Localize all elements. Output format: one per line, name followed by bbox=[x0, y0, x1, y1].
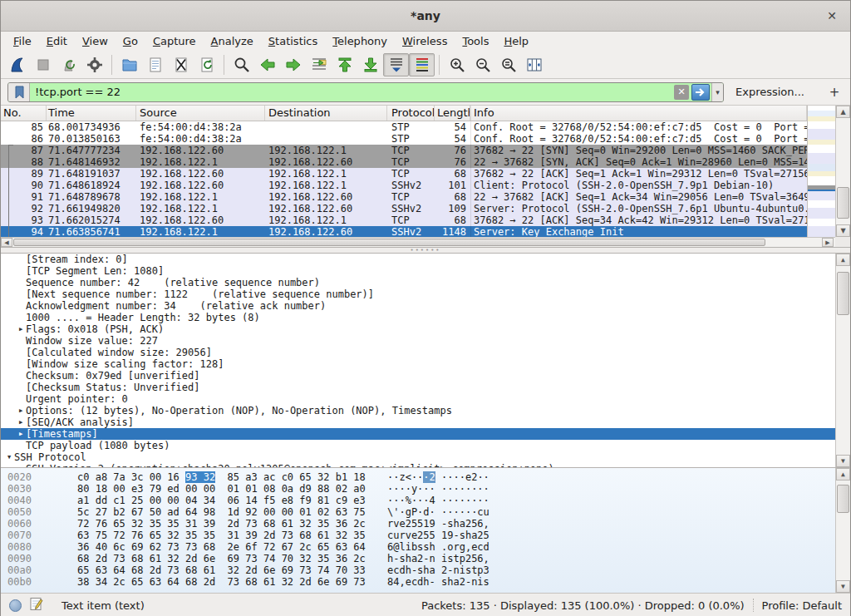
scroll-right-icon[interactable]: ▶ bbox=[822, 238, 834, 247]
hex-row-0030[interactable]: 003080 18 00 e3 79 ed 00 00 01 01 08 0a … bbox=[1, 483, 850, 495]
scroll-down-icon[interactable]: ▼ bbox=[836, 580, 850, 593]
detail-line[interactable]: ▶Options: (12 bytes), No-Operation (NOP)… bbox=[1, 405, 850, 416]
go-to-packet-button[interactable] bbox=[306, 53, 332, 76]
packet-row-88[interactable]: 8871.648146932192.168.122.1192.168.122.6… bbox=[1, 156, 807, 168]
expander-icon[interactable]: ▶ bbox=[16, 405, 26, 416]
scroll-up-icon[interactable]: ▲ bbox=[836, 106, 850, 118]
menu-tools[interactable]: Tools bbox=[455, 33, 496, 49]
scroll-thumb[interactable] bbox=[837, 485, 849, 513]
scroll-down-icon[interactable]: ▼ bbox=[836, 455, 850, 467]
packet-row-85[interactable]: 8568.001734936fe:54:00:d4:38:2aSTP54Conf… bbox=[1, 121, 807, 133]
detail-line[interactable]: 1000 .... = Header Length: 32 bytes (8) bbox=[1, 312, 850, 323]
detail-line[interactable]: Urgent pointer: 0 bbox=[1, 393, 850, 405]
resize-columns-button[interactable] bbox=[521, 53, 547, 76]
expert-info-icon[interactable] bbox=[9, 599, 22, 612]
filter-apply-button[interactable] bbox=[691, 84, 710, 101]
hex-row-00a0[interactable]: 00a065 63 64 68 2d 73 68 61 32 2d 6e 69 … bbox=[1, 564, 850, 576]
stop-capture-button[interactable] bbox=[30, 53, 56, 76]
detail-line[interactable]: [Next sequence number: 1122 (relative se… bbox=[1, 288, 850, 300]
detail-line[interactable]: [Checksum Status: Unverified] bbox=[1, 382, 850, 393]
detail-line[interactable]: Checksum: 0x79ed [unverified] bbox=[1, 370, 850, 382]
hex-row-0060[interactable]: 006072 76 65 32 35 35 31 39 2d 73 68 61 … bbox=[1, 518, 850, 530]
go-forward-button[interactable] bbox=[280, 53, 306, 76]
menu-statistics[interactable]: Statistics bbox=[261, 33, 325, 49]
display-filter-box[interactable]: !tcp.port == 22 ✕ ▾ bbox=[7, 82, 724, 102]
add-filter-button[interactable]: + bbox=[825, 83, 844, 101]
column-header-source[interactable]: Source bbox=[136, 106, 265, 121]
column-header-info[interactable]: Info bbox=[470, 106, 807, 121]
packet-row-89[interactable]: 8971.648191037192.168.122.60192.168.122.… bbox=[1, 168, 807, 180]
expander-icon[interactable]: ▼ bbox=[4, 451, 14, 463]
column-header-time[interactable]: Time bbox=[47, 106, 136, 121]
packet-list-vscrollbar[interactable]: ▲ ▼ bbox=[835, 106, 850, 237]
detail-line[interactable]: ▼SSH Protocol bbox=[1, 451, 850, 463]
auto-scroll-button[interactable] bbox=[383, 53, 409, 76]
hex-vscrollbar[interactable]: ▲ ▼ bbox=[835, 468, 850, 593]
scroll-up-icon[interactable]: ▲ bbox=[836, 254, 850, 266]
column-header-destination[interactable]: Destination bbox=[265, 106, 387, 121]
restart-capture-button[interactable] bbox=[56, 53, 81, 76]
zoom-original-button[interactable] bbox=[495, 53, 521, 76]
detail-line[interactable]: [TCP Segment Len: 1080] bbox=[1, 265, 850, 277]
menu-help[interactable]: Help bbox=[496, 33, 536, 49]
detail-line[interactable]: Sequence number: 42 (relative sequence n… bbox=[1, 277, 850, 288]
packet-row-93[interactable]: 9371.662015274192.168.122.60192.168.122.… bbox=[1, 214, 807, 226]
filter-bookmark-button[interactable] bbox=[8, 83, 30, 101]
hex-row-0090[interactable]: 009068 2d 73 68 61 32 2d 6e 69 73 74 70 … bbox=[1, 553, 850, 564]
detail-line[interactable]: Acknowledgment number: 34 (relative ack … bbox=[1, 300, 850, 312]
details-vscrollbar[interactable]: ▲ ▼ bbox=[835, 254, 850, 467]
scroll-up-icon[interactable]: ▲ bbox=[836, 468, 850, 480]
expander-icon[interactable]: ▶ bbox=[16, 416, 26, 428]
expander-icon[interactable]: ▶ bbox=[16, 428, 26, 440]
detail-line[interactable]: ▶Flags: 0x018 (PSH, ACK) bbox=[1, 323, 850, 335]
go-to-bottom-button[interactable] bbox=[357, 53, 383, 76]
packet-row-87[interactable]: 8771.647777234192.168.122.60192.168.122.… bbox=[1, 145, 807, 156]
packet-row-90[interactable]: 9071.648618924192.168.122.60192.168.122.… bbox=[1, 180, 807, 191]
menu-file[interactable]: File bbox=[6, 33, 39, 49]
menu-analyze[interactable]: Analyze bbox=[204, 33, 261, 49]
scroll-thumb[interactable] bbox=[837, 187, 849, 219]
detail-line[interactable]: Window size value: 227 bbox=[1, 335, 850, 347]
close-icon[interactable]: ✕ bbox=[824, 7, 840, 24]
hex-row-00b0[interactable]: 00b038 34 2c 65 63 64 68 2d 73 68 61 32 … bbox=[1, 576, 850, 588]
expander-icon[interactable]: ▶ bbox=[16, 323, 26, 335]
filter-dropdown-caret[interactable]: ▾ bbox=[711, 83, 723, 101]
packet-list-hscrollbar[interactable]: ◀ ▶ bbox=[1, 237, 835, 247]
menu-edit[interactable]: Edit bbox=[39, 33, 75, 49]
detail-line[interactable]: [Window size scaling factor: 128] bbox=[1, 358, 850, 370]
packet-minimap-scrollbar[interactable] bbox=[807, 106, 835, 237]
zoom-out-button[interactable] bbox=[470, 53, 495, 76]
menu-view[interactable]: View bbox=[75, 33, 116, 49]
colorize-packets-button[interactable] bbox=[409, 53, 435, 76]
detail-line-selected[interactable]: ▶[Timestamps] bbox=[1, 428, 850, 440]
column-header-no[interactable]: No. bbox=[1, 106, 47, 121]
detail-line[interactable]: [Calculated window size: 29056] bbox=[1, 347, 850, 358]
scroll-down-icon[interactable]: ▼ bbox=[836, 224, 850, 237]
packet-row-86[interactable]: 8670.013850163fe:54:00:d4:38:2aSTP54Conf… bbox=[1, 133, 807, 145]
title-bar[interactable]: *any ✕ bbox=[1, 1, 850, 32]
expression-button[interactable]: Expression... bbox=[735, 86, 804, 98]
column-header-length[interactable]: Length bbox=[435, 106, 470, 121]
packet-row-94[interactable]: 9471.663856741192.168.122.1192.168.122.6… bbox=[1, 226, 807, 237]
profile-text[interactable]: Profile: Default bbox=[762, 599, 842, 612]
filter-clear-button[interactable]: ✕ bbox=[674, 85, 689, 100]
close-file-button[interactable] bbox=[168, 53, 194, 76]
hex-row-0040[interactable]: 0040a1 dd c1 25 00 00 04 34 06 14 f5 e8 … bbox=[1, 495, 850, 506]
scroll-thumb[interactable] bbox=[837, 272, 849, 315]
hex-row-0050[interactable]: 00505c 27 b2 67 50 ad 64 98 1d 92 00 00 … bbox=[1, 506, 850, 518]
hscroll-thumb[interactable] bbox=[13, 239, 765, 246]
display-filter-input[interactable]: !tcp.port == 22 bbox=[30, 86, 674, 98]
menu-capture[interactable]: Capture bbox=[145, 33, 204, 49]
start-capture-button[interactable] bbox=[4, 53, 30, 76]
detail-line[interactable]: ▶[SEQ/ACK analysis] bbox=[1, 416, 850, 428]
save-file-button[interactable] bbox=[142, 53, 168, 76]
menu-telephony[interactable]: Telephony bbox=[325, 33, 395, 49]
hex-row-0080[interactable]: 008036 40 6c 69 62 73 73 68 2e 6f 72 67 … bbox=[1, 541, 850, 553]
zoom-in-button[interactable] bbox=[444, 53, 470, 76]
detail-line[interactable]: [Stream index: 0] bbox=[1, 254, 850, 265]
menu-go[interactable]: Go bbox=[116, 33, 145, 49]
packet-row-91[interactable]: 9171.648789678192.168.122.1192.168.122.6… bbox=[1, 191, 807, 203]
menu-wireless[interactable]: Wireless bbox=[395, 33, 455, 49]
hex-row-0070[interactable]: 007063 75 72 76 65 32 35 35 31 39 2d 73 … bbox=[1, 530, 850, 541]
go-to-top-button[interactable] bbox=[332, 53, 357, 76]
